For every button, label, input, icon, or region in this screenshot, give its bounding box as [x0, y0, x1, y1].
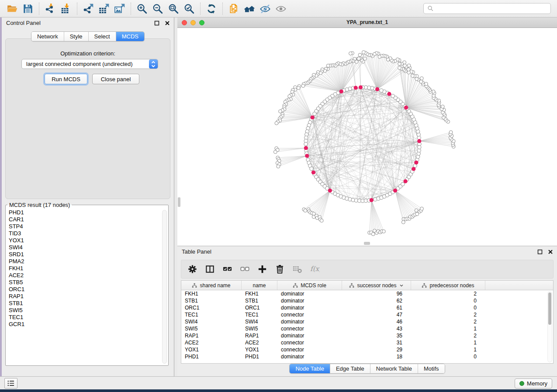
table-row[interactable]: YOX1YOX1connector291: [181, 346, 553, 353]
network-satellite-node[interactable]: [411, 74, 415, 78]
zoom-selected-button[interactable]: [181, 1, 197, 16]
tab-mcds[interactable]: MCDS: [116, 32, 144, 41]
mcds-result-item[interactable]: STP4: [7, 223, 167, 230]
network-hub-node[interactable]: [417, 139, 421, 143]
float-table-panel-button[interactable]: [537, 249, 543, 255]
table-row[interactable]: FKH1FKH1dominator962: [181, 290, 553, 297]
network-node[interactable]: [401, 182, 405, 186]
network-hub-node[interactable]: [339, 89, 343, 93]
column-header-shared-name[interactable]: shared name: [181, 281, 242, 290]
network-hub-node[interactable]: [354, 86, 358, 89]
delete-row-button[interactable]: [275, 264, 285, 274]
network-satellite-node[interactable]: [449, 131, 453, 134]
network-satellite-node[interactable]: [357, 57, 360, 60]
network-satellite-node[interactable]: [403, 64, 407, 67]
export-image-button[interactable]: [112, 1, 128, 16]
mcds-result-item[interactable]: STB1: [7, 300, 167, 307]
save-session-button[interactable]: [20, 1, 36, 16]
network-satellite-node[interactable]: [358, 53, 362, 57]
table-scrollbar-thumb[interactable]: [548, 292, 551, 325]
table-tab-node-table[interactable]: Node Table: [290, 364, 330, 373]
run-mcds-button[interactable]: Run MCDS: [45, 74, 87, 84]
table-row[interactable]: ACE2ACE2connector311: [181, 339, 553, 346]
column-header-successor-nodes[interactable]: successor nodes: [342, 281, 411, 290]
network-satellite-node[interactable]: [415, 209, 418, 212]
zoom-in-button[interactable]: [134, 1, 150, 16]
zoom-out-button[interactable]: [150, 1, 166, 16]
network-hub-node[interactable]: [311, 115, 315, 119]
refresh-view-button[interactable]: [204, 1, 219, 16]
network-hub-node[interactable]: [412, 167, 415, 171]
table-row[interactable]: ORC1ORC1dominator610: [181, 304, 553, 311]
mcds-result-item[interactable]: RAP1: [7, 293, 167, 300]
network-vscroll-thumb[interactable]: [178, 197, 180, 207]
network-satellite-node[interactable]: [320, 219, 323, 223]
memory-button[interactable]: Memory: [515, 378, 552, 389]
mcds-result-item[interactable]: ORC1: [7, 286, 167, 293]
network-satellite-node[interactable]: [441, 105, 444, 108]
network-satellite-node[interactable]: [398, 66, 401, 70]
table-row[interactable]: SWI5SWI5connector431: [181, 325, 553, 332]
network-hub-node[interactable]: [414, 161, 418, 165]
show-all-button[interactable]: [273, 1, 289, 16]
mcds-result-item[interactable]: PHD1: [7, 209, 167, 216]
network-node[interactable]: [310, 167, 313, 170]
tab-network[interactable]: Network: [31, 32, 64, 41]
deselect-all-button[interactable]: [240, 264, 250, 274]
column-header-mcds-role[interactable]: MCDS role: [277, 281, 342, 290]
network-satellite-node[interactable]: [420, 207, 424, 210]
network-satellite-node[interactable]: [382, 230, 386, 233]
table-row[interactable]: TEC1TEC1connector472: [181, 311, 553, 318]
column-header-name[interactable]: name: [242, 281, 277, 290]
settings-button[interactable]: [187, 264, 197, 274]
table-tab-motifs[interactable]: Motifs: [418, 364, 445, 373]
mcds-result-item[interactable]: SRD1: [7, 251, 167, 258]
network-canvas[interactable]: [177, 28, 557, 246]
table-scrollbar[interactable]: [547, 291, 552, 362]
task-history-button[interactable]: [4, 378, 17, 389]
table-row[interactable]: SWI4SWI4dominator462: [181, 318, 553, 325]
export-network-button[interactable]: [80, 1, 96, 16]
tab-style[interactable]: Style: [64, 32, 88, 41]
network-satellite-node[interactable]: [297, 86, 300, 90]
network-node[interactable]: [313, 112, 316, 116]
close-table-panel-button[interactable]: [547, 249, 554, 255]
network-satellite-node[interactable]: [398, 62, 401, 65]
float-panel-button[interactable]: [154, 20, 160, 26]
network-hub-node[interactable]: [304, 146, 308, 150]
mcds-result-item[interactable]: CAR1: [7, 216, 167, 223]
close-panel-button-mcds[interactable]: Close panel: [92, 74, 139, 84]
window-zoom-button[interactable]: [199, 20, 204, 25]
close-panel-button[interactable]: [164, 20, 170, 26]
mcds-result-item[interactable]: SWI5: [7, 307, 167, 314]
export-table-button[interactable]: [96, 1, 112, 16]
network-satellite-node[interactable]: [362, 51, 365, 54]
first-neighbors-button[interactable]: [242, 1, 257, 16]
network-satellite-node[interactable]: [304, 209, 307, 212]
network-hub-node[interactable]: [404, 106, 408, 110]
network-satellite-node[interactable]: [275, 121, 278, 125]
network-satellite-node[interactable]: [277, 165, 280, 168]
mcds-result-item[interactable]: SWI4: [7, 244, 167, 251]
network-hub-node[interactable]: [328, 189, 332, 193]
network-satellite-node[interactable]: [273, 150, 277, 154]
network-hub-node[interactable]: [305, 154, 309, 158]
window-close-button[interactable]: [182, 20, 187, 25]
select-all-button[interactable]: [222, 264, 232, 274]
network-satellite-node[interactable]: [420, 77, 423, 80]
mcds-result-item[interactable]: FKH1: [7, 265, 167, 272]
mcds-result-item[interactable]: GCR1: [7, 321, 167, 328]
mcds-list-scrollbar[interactable]: [162, 210, 167, 364]
network-hub-node[interactable]: [370, 198, 374, 202]
window-minimize-button[interactable]: [190, 20, 196, 25]
mcds-result-item[interactable]: YOX1: [7, 237, 167, 244]
network-hub-node[interactable]: [387, 92, 391, 96]
table-tab-network-table[interactable]: Network Table: [370, 364, 418, 373]
network-hub-node[interactable]: [311, 170, 315, 174]
network-satellite-node[interactable]: [301, 84, 305, 88]
import-network-button[interactable]: [42, 1, 58, 16]
mcds-result-item[interactable]: ACE2: [7, 272, 167, 279]
add-row-button[interactable]: [257, 264, 267, 274]
zoom-fit-button[interactable]: [166, 1, 181, 16]
tab-select[interactable]: Select: [88, 32, 116, 41]
